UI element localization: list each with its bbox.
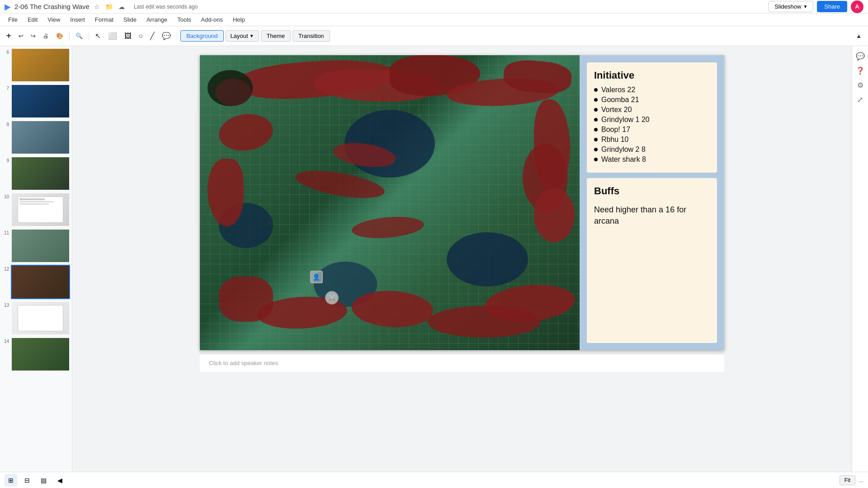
slide-item[interactable]: 14 — [2, 337, 70, 371]
slide-thumbnail-image — [12, 49, 69, 81]
chat-icon-button[interactable]: 💬 — [854, 50, 867, 62]
menu-arrange[interactable]: Arrange — [142, 15, 172, 24]
fit-page-button[interactable]: Fit — [840, 475, 855, 485]
slide-item[interactable]: 12 — [2, 265, 70, 299]
last-edit-text: Last edit was seconds ago — [134, 4, 198, 10]
slide-item[interactable]: 11 — [2, 229, 70, 263]
initiative-item-text: Water shark 8 — [601, 155, 646, 164]
background-button[interactable]: Background — [180, 30, 223, 42]
grid-view-button[interactable]: ⊞ — [5, 474, 17, 487]
list-view-button[interactable]: ⊟ — [21, 474, 33, 487]
slideshow-label: Slideshow — [774, 3, 801, 10]
share-button[interactable]: Share — [817, 1, 847, 12]
menu-bar: File Edit View Insert Format Slide Arran… — [0, 14, 868, 26]
initiative-item-text: Vortex 20 — [601, 106, 632, 114]
slide-thumbnail[interactable] — [11, 156, 70, 191]
top-right-actions: Slideshow ▼ Share A — [769, 0, 863, 13]
slide-canvas[interactable]: 👤 ⚔️ Initiative Valeros 22 — [200, 55, 724, 350]
zoom-level-text: ... — [859, 477, 863, 483]
map-background: 👤 ⚔️ — [200, 55, 580, 350]
slide-thumbnail[interactable] — [11, 265, 70, 299]
collapse-panel-button[interactable]: ◀ — [53, 474, 66, 487]
buffs-text: Need higher than a 16 for arcana — [594, 204, 710, 227]
slide-thumbnail[interactable] — [11, 337, 70, 371]
menu-tools[interactable]: Tools — [173, 15, 195, 24]
zoom-button[interactable]: 🔍 — [73, 30, 85, 42]
slide-item[interactable]: 9 — [2, 156, 70, 191]
menu-addons[interactable]: Add-ons — [197, 15, 227, 24]
slide-item[interactable]: 6 — [2, 48, 70, 82]
add-button[interactable]: + — [4, 30, 14, 42]
initiative-item-text: Grindylow 2 8 — [601, 145, 646, 154]
settings-icon-button[interactable]: ⚙ — [854, 79, 867, 91]
menu-insert[interactable]: Insert — [66, 15, 90, 24]
menu-help[interactable]: Help — [228, 15, 250, 24]
speaker-notes-placeholder[interactable]: Click to add speaker notes — [209, 360, 278, 366]
list-item: Boop! 17 — [594, 126, 710, 134]
slide-thumbnail[interactable] — [11, 229, 70, 263]
slide-thumbnail[interactable] — [11, 301, 70, 335]
player-token-1[interactable]: 👤 — [310, 271, 323, 283]
document-title[interactable]: 2-06 The Crashing Wave — [14, 3, 90, 10]
slide-number: 7 — [2, 84, 9, 91]
layout-button[interactable]: Layout ▼ — [226, 30, 259, 42]
separator-2 — [89, 32, 89, 41]
theme-button[interactable]: Theme — [261, 30, 291, 42]
speaker-notes[interactable]: Click to add speaker notes — [200, 354, 724, 372]
slide-thumbnail[interactable] — [11, 192, 70, 227]
menu-file[interactable]: File — [4, 15, 22, 24]
transition-button[interactable]: Transition — [292, 30, 330, 42]
star-icon[interactable]: ☆ — [94, 3, 100, 10]
slide-item[interactable]: 13 — [2, 301, 70, 335]
shape-tool[interactable]: ○ — [136, 30, 146, 42]
paint-format-button[interactable]: 🎨 — [53, 30, 66, 42]
bottom-bar: ⊞ ⊟ ▤ ◀ Fit ... — [0, 472, 868, 488]
select-tool[interactable]: ⬜ — [105, 30, 120, 42]
comment-tool[interactable]: 💬 — [159, 30, 174, 42]
list-item: Valeros 22 — [594, 86, 710, 94]
slide-thumbnail-image — [12, 230, 69, 262]
menu-format[interactable]: Format — [90, 15, 118, 24]
toolbar: + ↩ ↪ 🖨 🎨 🔍 ↖ ⬜ 🖼 ○ ╱ 💬 Background Layou… — [0, 26, 868, 46]
list-item: Grindylow 2 8 — [594, 145, 710, 154]
initiative-box: Initiative Valeros 22 Goomba 21 Vorte — [587, 62, 717, 173]
line-tool[interactable]: ╱ — [147, 30, 157, 42]
initiative-item-text: Goomba 21 — [601, 96, 639, 104]
slide-item[interactable]: 10 — [2, 192, 70, 227]
filmstrip-view-button[interactable]: ▤ — [37, 474, 50, 487]
initiative-item-text: Valeros 22 — [601, 86, 635, 94]
expand-icon-button[interactable]: ⤢ — [854, 93, 867, 106]
slideshow-dropdown-icon[interactable]: ▼ — [803, 4, 807, 9]
collapse-toolbar-button[interactable]: ▲ — [853, 30, 864, 42]
slide-thumbnail[interactable] — [11, 48, 70, 82]
initiative-item-text: Grindylow 1 20 — [601, 116, 650, 124]
slide-panel: 6 7 8 9 10 — [0, 46, 72, 472]
print-button[interactable]: 🖨 — [40, 30, 52, 42]
title-bar: ▶ 2-06 The Crashing Wave ☆ 📁 ☁ Last edit… — [0, 0, 868, 14]
slide-thumbnail[interactable] — [11, 120, 70, 155]
cursor-tool[interactable]: ↖ — [92, 30, 104, 42]
menu-view[interactable]: View — [43, 15, 65, 24]
folder-icon[interactable]: 📁 — [105, 3, 113, 10]
menu-edit[interactable]: Edit — [23, 15, 42, 24]
slide-thumbnail[interactable] — [11, 84, 70, 118]
question-icon-button[interactable]: ❓ — [854, 64, 867, 77]
main-content: 6 7 8 9 10 — [0, 46, 868, 472]
list-item: Goomba 21 — [594, 96, 710, 104]
slideshow-button[interactable]: Slideshow ▼ — [769, 1, 813, 12]
avatar[interactable]: A — [851, 0, 863, 13]
slide-item[interactable]: 7 — [2, 84, 70, 118]
map-area[interactable]: 👤 ⚔️ — [200, 55, 580, 350]
menu-slide[interactable]: Slide — [119, 15, 141, 24]
redo-button[interactable]: ↪ — [28, 30, 38, 42]
layout-chevron-icon: ▼ — [250, 33, 254, 38]
initiative-item-text: Rbhu 10 — [601, 136, 629, 144]
slide-item[interactable]: 8 — [2, 120, 70, 155]
bullet-icon — [594, 148, 598, 151]
slide-thumbnail-image — [12, 266, 69, 298]
image-tool[interactable]: 🖼 — [122, 30, 134, 42]
slide-thumbnail-image — [12, 338, 69, 371]
undo-button[interactable]: ↩ — [16, 30, 26, 42]
cloud-icon[interactable]: ☁ — [118, 3, 125, 10]
editor-area[interactable]: 👤 ⚔️ Initiative Valeros 22 — [72, 46, 852, 472]
